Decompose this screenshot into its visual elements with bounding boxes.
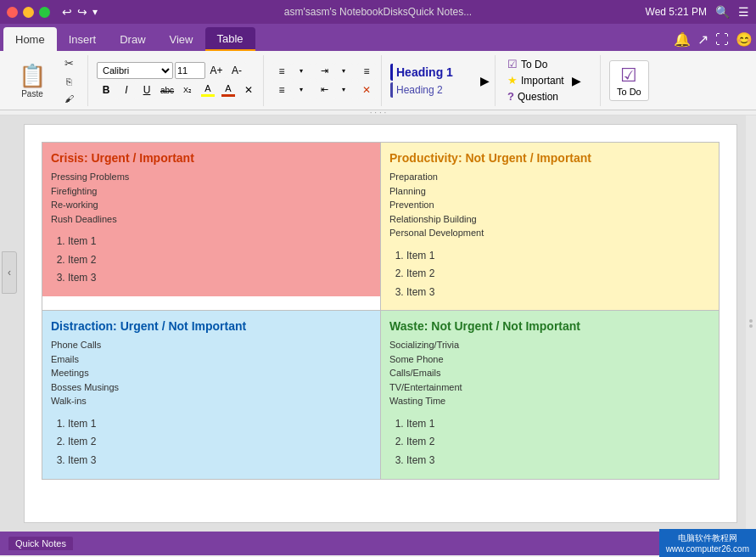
scroll-dot bbox=[749, 324, 753, 328]
indent-decrease-dropdown[interactable]: ▾ bbox=[334, 82, 353, 98]
tab-view[interactable]: View bbox=[158, 27, 205, 51]
main-content: ‹ Crisis: Urgent / Important Pressing Pr… bbox=[0, 115, 756, 532]
italic-button[interactable]: I bbox=[117, 82, 136, 98]
highlight-button[interactable]: A bbox=[199, 82, 217, 98]
bell-icon[interactable]: 🔔 bbox=[674, 31, 691, 48]
indent-increase-button[interactable]: ⇥ bbox=[315, 63, 333, 80]
watermark: 电脑软件教程网 www.computer26.com bbox=[659, 529, 756, 557]
distraction-item-5: Walk-ins bbox=[51, 394, 372, 408]
todo-tag[interactable]: ☑ To Do bbox=[504, 57, 568, 71]
indent-increase-dropdown[interactable]: ▾ bbox=[334, 63, 353, 80]
font-color-label: A bbox=[225, 83, 231, 93]
waste-item-3: Calls/Emails bbox=[389, 366, 710, 380]
crisis-list: Item 1 Item 2 Item 3 bbox=[51, 233, 372, 288]
clipboard-group: 📋 Paste ✂ ⎘ 🖌 bbox=[7, 55, 88, 106]
highlight-color-bar bbox=[201, 94, 215, 97]
numbered-list-dropdown[interactable]: ▾ bbox=[292, 82, 311, 98]
list-item: Item 3 bbox=[68, 452, 372, 470]
share-icon[interactable]: ↗ bbox=[697, 31, 708, 48]
font-size-down-button[interactable]: A- bbox=[227, 62, 246, 79]
important-tag[interactable]: ★ Important bbox=[504, 73, 568, 87]
redo-icon[interactable]: ↪ bbox=[77, 5, 87, 19]
productivity-items: Preparation Planning Prevention Relation… bbox=[389, 170, 710, 240]
distraction-list: Item 1 Item 2 Item 3 bbox=[51, 415, 372, 470]
expand-icon[interactable]: ⛶ bbox=[715, 32, 729, 48]
ribbon-content: 📋 Paste ✂ ⎘ 🖌 Calibri A+ A- B I U abc bbox=[0, 51, 756, 110]
nav-collapse-button[interactable]: ‹ bbox=[2, 251, 17, 294]
question-label: Question bbox=[518, 91, 558, 103]
crisis-item-3: Re-working bbox=[51, 198, 372, 212]
maximize-button[interactable] bbox=[39, 7, 50, 18]
crisis-item-4: Rush Deadlines bbox=[51, 212, 372, 227]
list-item: Item 1 bbox=[68, 415, 372, 434]
list-item: Item 1 bbox=[406, 415, 710, 434]
question-icon: ? bbox=[507, 90, 514, 103]
todo-large-group: ☑ To Do bbox=[604, 55, 654, 106]
strikethrough-button[interactable]: abc bbox=[158, 82, 176, 98]
underline-button[interactable]: U bbox=[137, 82, 156, 98]
indent-decrease-button[interactable]: ⇤ bbox=[315, 82, 333, 98]
numbered-list-button[interactable]: ≡ bbox=[272, 82, 291, 98]
copy-button[interactable]: ⎘ bbox=[55, 74, 82, 89]
tab-table[interactable]: Table bbox=[205, 27, 255, 51]
tags-group: ☑ To Do ★ Important ? Question ▶ bbox=[499, 55, 601, 106]
list-item: Item 3 bbox=[68, 269, 372, 288]
clear-format-button2[interactable]: ✕ bbox=[357, 82, 376, 98]
question-tag[interactable]: ? Question bbox=[504, 89, 568, 104]
styles-more-icon[interactable]: ▶ bbox=[480, 74, 490, 87]
distraction-item-2: Emails bbox=[51, 352, 372, 367]
tab-draw[interactable]: Draw bbox=[108, 27, 157, 51]
productivity-title: Productivity: Not Urgent / Important bbox=[389, 151, 710, 165]
quadrant-table: Crisis: Urgent / Important Pressing Prob… bbox=[42, 142, 720, 480]
heading1-style[interactable]: Heading 1 bbox=[390, 64, 476, 81]
statusbar: Quick Notes bbox=[0, 532, 756, 555]
todo-large-button[interactable]: ☑ To Do bbox=[609, 60, 649, 101]
list-item: Item 2 bbox=[68, 251, 372, 270]
close-button[interactable] bbox=[7, 7, 18, 18]
todo-label: To Do bbox=[521, 59, 547, 70]
tab-insert[interactable]: Insert bbox=[57, 27, 109, 51]
waste-title: Waste: Not Urgent / Not Important bbox=[389, 319, 710, 333]
format-painter-button[interactable]: 🖌 bbox=[55, 91, 82, 106]
undo-icon[interactable]: ↩ bbox=[62, 5, 72, 19]
productivity-list: Item 1 Item 2 Item 3 bbox=[389, 247, 710, 302]
todo-check-icon: ☑ bbox=[507, 58, 518, 70]
productivity-item-3: Prevention bbox=[389, 198, 710, 212]
tab-home[interactable]: Home bbox=[3, 27, 57, 51]
waste-items: Socializing/Trivia Some Phone Calls/Emai… bbox=[389, 338, 710, 408]
highlight-label: A bbox=[204, 83, 210, 93]
scroll-dot bbox=[749, 319, 753, 323]
waste-list: Item 1 Item 2 Item 3 bbox=[389, 415, 710, 470]
subscript-button[interactable]: X₂ bbox=[178, 82, 197, 98]
time-display: Wed 5:21 PM bbox=[646, 6, 707, 18]
minimize-button[interactable] bbox=[23, 7, 34, 18]
waste-cell: Waste: Not Urgent / Not Important Social… bbox=[381, 311, 720, 479]
waste-item-2: Some Phone bbox=[389, 352, 710, 367]
align-button[interactable]: ≡ bbox=[357, 63, 376, 80]
distraction-cell: Distraction: Urgent / Not Important Phon… bbox=[42, 311, 381, 479]
list-item: Item 2 bbox=[406, 433, 710, 452]
table-row-top: Crisis: Urgent / Important Pressing Prob… bbox=[42, 143, 720, 311]
list-item: Item 2 bbox=[406, 265, 710, 284]
menu-icon[interactable]: ☰ bbox=[738, 5, 749, 19]
user-icon[interactable]: 😊 bbox=[736, 31, 753, 48]
tags-more-icon[interactable]: ▶ bbox=[572, 74, 581, 87]
paste-button[interactable]: 📋 Paste bbox=[12, 59, 53, 102]
crisis-item-2: Firefighting bbox=[51, 184, 372, 199]
font-color-button[interactable]: A bbox=[219, 82, 238, 98]
cut-button[interactable]: ✂ bbox=[55, 54, 82, 72]
font-size-up-button[interactable]: A+ bbox=[207, 62, 226, 79]
bullet-list-button[interactable]: ≡ bbox=[272, 63, 291, 80]
chevron-left-icon: ‹ bbox=[8, 267, 11, 278]
more-dropdown-icon[interactable]: ▾ bbox=[92, 6, 98, 18]
right-scroll-indicator bbox=[746, 115, 756, 532]
font-size-input[interactable] bbox=[175, 62, 205, 79]
search-icon[interactable]: 🔍 bbox=[715, 5, 730, 19]
heading2-style[interactable]: Heading 2 bbox=[390, 82, 476, 98]
clear-format-button[interactable]: ✕ bbox=[239, 82, 258, 98]
important-label: Important bbox=[521, 75, 564, 87]
bullet-list-dropdown[interactable]: ▾ bbox=[292, 63, 311, 80]
font-family-select[interactable]: Calibri bbox=[97, 62, 173, 79]
list-item: Item 1 bbox=[406, 247, 710, 266]
bold-button[interactable]: B bbox=[97, 82, 115, 98]
